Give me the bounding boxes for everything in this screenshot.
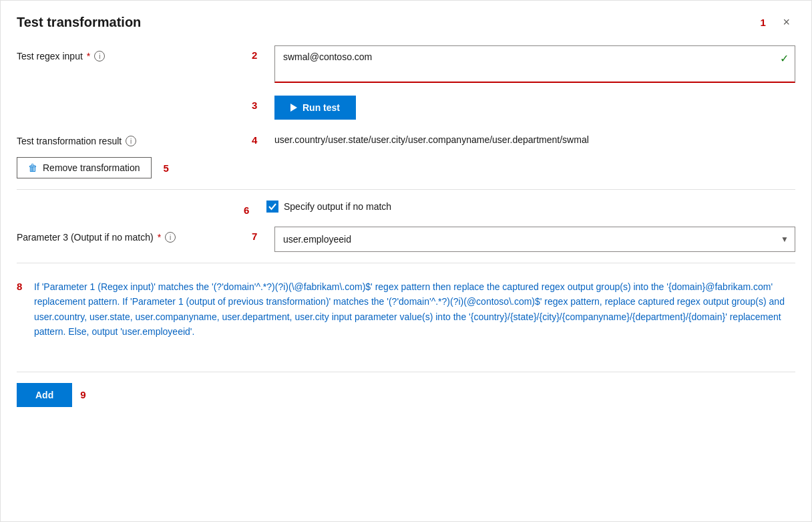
param3-label: Parameter 3 (Output if no match) * i bbox=[17, 227, 244, 243]
trash-icon: 🗑 bbox=[28, 162, 37, 173]
regex-input-wrapper: ✓ bbox=[274, 45, 795, 85]
step-3-number: 3 bbox=[252, 100, 257, 111]
step-5-number: 5 bbox=[164, 157, 176, 174]
regex-input-field: 2 ✓ bbox=[252, 45, 795, 85]
required-star: * bbox=[87, 51, 90, 61]
step-2-number: 2 bbox=[252, 49, 257, 61]
result-row: Test transformation result i 4 user.coun… bbox=[17, 130, 795, 146]
test-transformation-dialog: Test transformation 1 × Test regex input… bbox=[0, 0, 812, 522]
dialog-header: Test transformation 1 × bbox=[1, 1, 811, 40]
step-1-number: 1 bbox=[760, 17, 772, 28]
regex-text-input[interactable] bbox=[274, 45, 795, 83]
regex-input-label: Test regex input * i bbox=[17, 45, 244, 61]
checkmark-icon bbox=[268, 203, 276, 211]
step-7-number: 7 bbox=[252, 231, 257, 242]
remove-field: 🗑 Remove transformation 5 bbox=[17, 157, 795, 178]
dialog-title: Test transformation bbox=[17, 15, 141, 30]
param3-select[interactable]: user.employeeid bbox=[274, 227, 795, 252]
step-6-number: 6 bbox=[244, 205, 249, 216]
run-test-field: 3 Run test bbox=[252, 96, 795, 120]
step-9-number: 9 bbox=[80, 389, 92, 400]
add-button[interactable]: Add bbox=[17, 383, 72, 407]
checkbox-wrapper[interactable]: Specify output if no match bbox=[266, 201, 391, 213]
description-text: If 'Parameter 1 (Regex input)' matches t… bbox=[34, 279, 795, 350]
run-test-label: Run test bbox=[302, 102, 340, 113]
divider-2 bbox=[17, 263, 795, 263]
divider-1 bbox=[17, 189, 795, 190]
run-test-button[interactable]: Run test bbox=[274, 96, 356, 120]
param3-field: 7 user.employeeid ▼ bbox=[252, 227, 795, 252]
description-section: 8 If 'Parameter 1 (Regex input)' matches… bbox=[17, 274, 795, 361]
valid-check-icon: ✓ bbox=[780, 52, 789, 65]
remove-row: 🗑 Remove transformation 5 bbox=[17, 157, 795, 178]
result-label: Test transformation result i bbox=[17, 130, 244, 146]
footer-row: Add 9 bbox=[17, 372, 795, 407]
close-icon: × bbox=[783, 15, 790, 29]
param3-row: Parameter 3 (Output if no match) * i 7 u… bbox=[17, 227, 795, 252]
dialog-body: Test regex input * i 2 ✓ 3 bbox=[1, 40, 811, 423]
checkbox-field: 6 Specify output if no match bbox=[244, 201, 795, 216]
result-field: 4 user.country/user.state/user.city/user… bbox=[252, 130, 795, 146]
remove-transformation-button[interactable]: 🗑 Remove transformation bbox=[17, 157, 152, 178]
param3-required-star: * bbox=[158, 232, 161, 243]
checkbox-row: 6 Specify output if no match bbox=[17, 201, 795, 216]
info-icon-param3[interactable]: i bbox=[165, 232, 176, 243]
checkbox-label: Specify output if no match bbox=[284, 201, 391, 212]
result-value: user.country/user.state/user.city/user.c… bbox=[274, 130, 589, 145]
specify-output-checkbox[interactable] bbox=[266, 201, 278, 213]
add-label: Add bbox=[35, 390, 53, 400]
play-icon bbox=[290, 104, 297, 112]
close-button[interactable]: × bbox=[777, 13, 795, 32]
remove-label: Remove transformation bbox=[43, 162, 140, 173]
info-icon-regex[interactable]: i bbox=[94, 51, 105, 61]
run-test-row: 3 Run test bbox=[17, 96, 795, 120]
param3-select-wrapper: user.employeeid ▼ bbox=[274, 227, 795, 252]
regex-input-row: Test regex input * i 2 ✓ bbox=[17, 45, 795, 85]
info-icon-result[interactable]: i bbox=[126, 136, 136, 146]
step-8-number: 8 bbox=[17, 279, 29, 350]
step-4-number: 4 bbox=[252, 134, 257, 146]
